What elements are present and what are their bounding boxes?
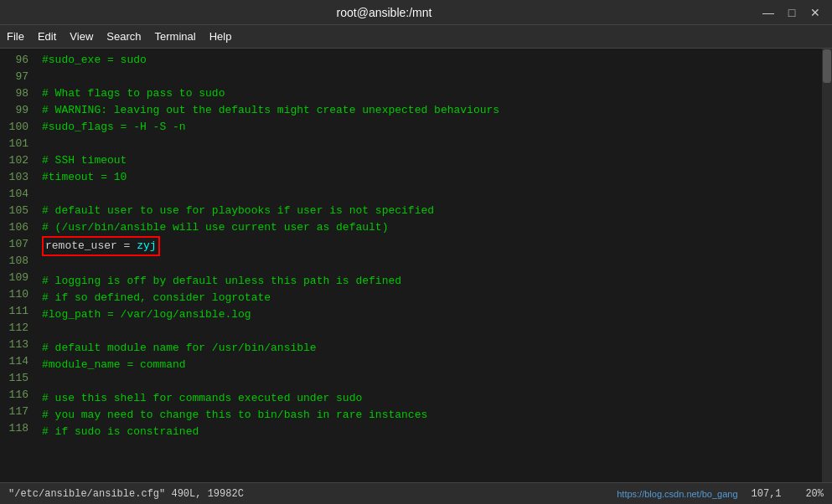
line-number: 102 bbox=[5, 152, 28, 169]
titlebar: root@ansible:/mnt — □ ✕ bbox=[0, 0, 832, 25]
line-number: 110 bbox=[5, 286, 28, 303]
code-line: # if sudo is constrained bbox=[42, 424, 815, 440]
code-line: # use this shell for commands executed u… bbox=[42, 390, 815, 407]
line-number: 111 bbox=[5, 303, 28, 320]
line-number: 98 bbox=[5, 85, 28, 102]
code-line bbox=[42, 256, 815, 273]
code-line: #log_path = /var/log/ansible.log bbox=[42, 306, 815, 323]
code-line: #module_name = command bbox=[42, 357, 815, 373]
code-line bbox=[42, 69, 815, 85]
menu-item-file[interactable]: File bbox=[7, 30, 24, 43]
code-line bbox=[42, 136, 815, 152]
menu-item-search[interactable]: Search bbox=[106, 30, 141, 43]
statusbar-position: 107,1 20% bbox=[752, 488, 824, 500]
line-number: 118 bbox=[5, 420, 28, 437]
statusbar-file-info: "/etc/ansible/ansible.cfg" 490L, 19982C bbox=[8, 488, 244, 500]
line-numbers: 9697989910010110210310410510610710810911… bbox=[0, 49, 35, 482]
code-line: # default user to use for playbooks if u… bbox=[42, 203, 815, 219]
line-number: 113 bbox=[5, 337, 28, 353]
menu-item-help[interactable]: Help bbox=[209, 30, 232, 43]
minimize-button[interactable]: — bbox=[760, 6, 777, 19]
line-number: 109 bbox=[5, 270, 28, 286]
close-button[interactable]: ✕ bbox=[807, 6, 824, 19]
line-number: 101 bbox=[5, 136, 28, 152]
line-number: 116 bbox=[5, 387, 28, 404]
line-number: 100 bbox=[5, 119, 28, 136]
menu-item-terminal[interactable]: Terminal bbox=[155, 30, 196, 43]
line-number: 112 bbox=[5, 320, 28, 337]
code-line: # if so defined, consider logrotate bbox=[42, 290, 815, 306]
line-number: 107 bbox=[5, 236, 28, 253]
code-line: #sudo_flags = -H -S -n bbox=[42, 119, 815, 136]
code-line: # WARNING: leaving out the defaults migh… bbox=[42, 102, 815, 119]
line-number: 105 bbox=[5, 203, 28, 219]
highlighted-line: remote_user = zyj bbox=[42, 236, 160, 256]
menubar: FileEditViewSearchTerminalHelp bbox=[0, 25, 832, 49]
statusbar: "/etc/ansible/ansible.cfg" 490L, 19982C … bbox=[0, 482, 832, 504]
line-number: 103 bbox=[5, 169, 28, 186]
scrollbar-thumb[interactable] bbox=[823, 49, 831, 83]
maximize-button[interactable]: □ bbox=[783, 6, 800, 19]
line-number: 99 bbox=[5, 102, 28, 119]
code-line: #timeout = 10 bbox=[42, 169, 815, 186]
line-number: 117 bbox=[5, 404, 28, 420]
line-number: 115 bbox=[5, 370, 28, 387]
code-line: remote_user = zyj bbox=[42, 236, 815, 256]
code-line bbox=[42, 323, 815, 340]
line-number: 96 bbox=[5, 52, 28, 69]
line-number: 114 bbox=[5, 353, 28, 370]
code-content: #sudo_exe = sudo # What flags to pass to… bbox=[35, 49, 822, 482]
line-number: 108 bbox=[5, 253, 28, 270]
code-line bbox=[42, 186, 815, 203]
line-number: 97 bbox=[5, 69, 28, 85]
code-line: # (/usr/bin/ansible will use current use… bbox=[42, 219, 815, 236]
code-line: # default module name for /usr/bin/ansib… bbox=[42, 340, 815, 357]
line-number: 104 bbox=[5, 186, 28, 203]
code-line: # logging is off by default unless this … bbox=[42, 273, 815, 290]
line-number: 106 bbox=[5, 219, 28, 236]
menu-item-view[interactable]: View bbox=[70, 30, 93, 43]
statusbar-url: https://blog.csdn.net/bo_gang bbox=[617, 489, 737, 499]
code-line: #sudo_exe = sudo bbox=[42, 52, 815, 69]
code-line bbox=[42, 373, 815, 390]
editor: 9697989910010110210310410510610710810911… bbox=[0, 49, 832, 482]
code-line: # SSH timeout bbox=[42, 152, 815, 169]
code-line: # you may need to change this to bin/bas… bbox=[42, 407, 815, 424]
statusbar-right: https://blog.csdn.net/bo_gang 107,1 20% bbox=[617, 488, 824, 500]
titlebar-controls: — □ ✕ bbox=[760, 6, 824, 19]
code-line: # What flags to pass to sudo bbox=[42, 85, 815, 102]
scrollbar[interactable] bbox=[822, 49, 832, 482]
menu-item-edit[interactable]: Edit bbox=[38, 30, 56, 43]
window-title: root@ansible:/mnt bbox=[8, 6, 760, 19]
